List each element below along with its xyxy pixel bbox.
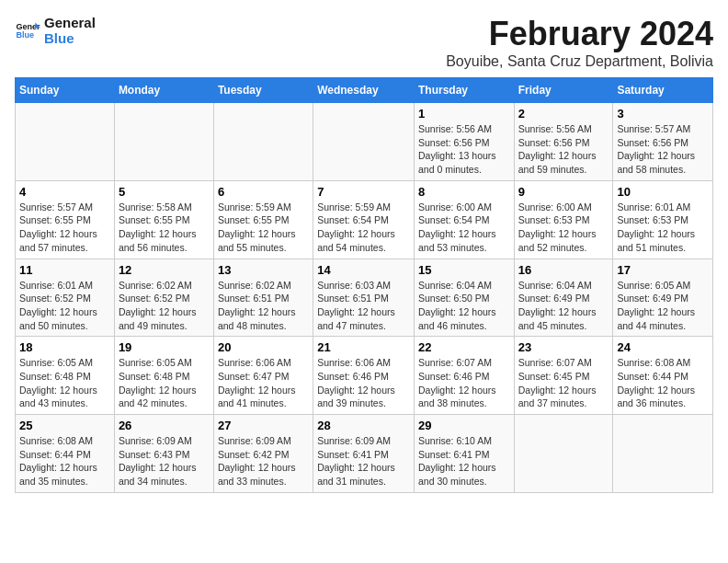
day-number: 8	[418, 185, 510, 199]
calendar-cell: 11Sunrise: 6:01 AMSunset: 6:52 PMDayligh…	[16, 259, 115, 337]
calendar-cell: 5Sunrise: 5:58 AMSunset: 6:55 PMDaylight…	[114, 180, 213, 259]
week-row-3: 11Sunrise: 6:01 AMSunset: 6:52 PMDayligh…	[16, 259, 713, 337]
calendar-cell: 9Sunrise: 6:00 AMSunset: 6:53 PMDaylight…	[514, 180, 613, 259]
calendar-cell	[16, 103, 115, 181]
calendar-body: 1Sunrise: 5:56 AMSunset: 6:56 PMDaylight…	[16, 103, 713, 493]
day-info: Sunrise: 6:08 AMSunset: 6:44 PMDaylight:…	[617, 356, 709, 410]
day-number: 13	[218, 263, 309, 277]
day-header-sunday: Sunday	[16, 78, 115, 103]
svg-text:Blue: Blue	[16, 30, 34, 40]
calendar-cell: 21Sunrise: 6:06 AMSunset: 6:46 PMDayligh…	[313, 337, 415, 415]
calendar-cell	[313, 103, 415, 181]
calendar-cell: 13Sunrise: 6:02 AMSunset: 6:51 PMDayligh…	[213, 259, 313, 337]
day-header-tuesday: Tuesday	[213, 78, 313, 103]
day-info: Sunrise: 6:07 AMSunset: 6:45 PMDaylight:…	[518, 356, 609, 410]
week-row-5: 25Sunrise: 6:08 AMSunset: 6:44 PMDayligh…	[16, 415, 713, 493]
day-number: 2	[518, 107, 609, 121]
calendar-cell: 29Sunrise: 6:10 AMSunset: 6:41 PMDayligh…	[414, 415, 514, 493]
calendar-cell	[514, 415, 613, 493]
logo-icon: General Blue	[15, 17, 40, 43]
calendar-cell	[213, 103, 313, 181]
calendar-cell: 8Sunrise: 6:00 AMSunset: 6:54 PMDaylight…	[414, 180, 514, 259]
calendar-cell: 7Sunrise: 5:59 AMSunset: 6:54 PMDaylight…	[313, 180, 415, 259]
day-header-monday: Monday	[114, 78, 213, 103]
day-number: 23	[518, 340, 609, 354]
logo: General Blue General Blue	[15, 15, 96, 46]
week-row-2: 4Sunrise: 5:57 AMSunset: 6:55 PMDaylight…	[16, 180, 713, 259]
day-number: 17	[617, 263, 709, 277]
calendar-cell: 27Sunrise: 6:09 AMSunset: 6:42 PMDayligh…	[213, 415, 313, 493]
week-row-1: 1Sunrise: 5:56 AMSunset: 6:56 PMDaylight…	[16, 103, 713, 181]
calendar-cell	[613, 415, 713, 493]
day-info: Sunrise: 6:10 AMSunset: 6:41 PMDaylight:…	[418, 434, 510, 488]
calendar-cell: 28Sunrise: 6:09 AMSunset: 6:41 PMDayligh…	[313, 415, 415, 493]
day-number: 21	[317, 340, 410, 354]
day-number: 16	[518, 263, 609, 277]
day-info: Sunrise: 6:03 AMSunset: 6:51 PMDaylight:…	[317, 279, 410, 333]
day-number: 10	[617, 185, 709, 199]
day-number: 27	[218, 419, 309, 432]
day-info: Sunrise: 6:04 AMSunset: 6:50 PMDaylight:…	[418, 279, 510, 333]
title-block: February 2024 Boyuibe, Santa Cruz Depart…	[446, 15, 713, 70]
day-number: 5	[119, 185, 210, 199]
calendar-cell: 20Sunrise: 6:06 AMSunset: 6:47 PMDayligh…	[213, 337, 313, 415]
day-number: 6	[218, 185, 309, 199]
calendar-cell: 17Sunrise: 6:05 AMSunset: 6:49 PMDayligh…	[613, 259, 713, 337]
day-info: Sunrise: 5:57 AMSunset: 6:55 PMDaylight:…	[19, 201, 110, 255]
day-number: 7	[317, 185, 410, 199]
day-info: Sunrise: 6:06 AMSunset: 6:46 PMDaylight:…	[317, 356, 410, 410]
day-info: Sunrise: 6:09 AMSunset: 6:41 PMDaylight:…	[317, 434, 410, 488]
day-number: 3	[617, 107, 709, 121]
calendar-cell	[114, 103, 213, 181]
day-info: Sunrise: 6:04 AMSunset: 6:49 PMDaylight:…	[518, 279, 609, 333]
day-number: 9	[518, 185, 609, 199]
month-title: February 2024	[446, 15, 713, 53]
calendar-cell: 25Sunrise: 6:08 AMSunset: 6:44 PMDayligh…	[16, 415, 115, 493]
calendar-cell: 12Sunrise: 6:02 AMSunset: 6:52 PMDayligh…	[114, 259, 213, 337]
day-number: 4	[19, 185, 110, 199]
calendar-header-row: SundayMondayTuesdayWednesdayThursdayFrid…	[16, 78, 713, 103]
calendar-cell: 4Sunrise: 5:57 AMSunset: 6:55 PMDaylight…	[16, 180, 115, 259]
calendar-cell: 2Sunrise: 5:56 AMSunset: 6:56 PMDaylight…	[514, 103, 613, 181]
calendar-cell: 6Sunrise: 5:59 AMSunset: 6:55 PMDaylight…	[213, 180, 313, 259]
calendar-cell: 10Sunrise: 6:01 AMSunset: 6:53 PMDayligh…	[613, 180, 713, 259]
day-header-thursday: Thursday	[414, 78, 514, 103]
day-number: 29	[418, 419, 510, 432]
day-number: 28	[317, 419, 410, 432]
day-info: Sunrise: 6:02 AMSunset: 6:52 PMDaylight:…	[119, 279, 210, 333]
calendar-cell: 19Sunrise: 6:05 AMSunset: 6:48 PMDayligh…	[114, 337, 213, 415]
day-info: Sunrise: 5:56 AMSunset: 6:56 PMDaylight:…	[518, 122, 609, 177]
day-number: 18	[19, 340, 110, 354]
day-header-friday: Friday	[514, 78, 613, 103]
calendar-cell: 24Sunrise: 6:08 AMSunset: 6:44 PMDayligh…	[613, 337, 713, 415]
day-number: 1	[418, 107, 510, 121]
day-info: Sunrise: 6:01 AMSunset: 6:52 PMDaylight:…	[19, 279, 110, 333]
day-number: 24	[617, 340, 709, 354]
calendar-cell: 14Sunrise: 6:03 AMSunset: 6:51 PMDayligh…	[313, 259, 415, 337]
day-info: Sunrise: 6:09 AMSunset: 6:42 PMDaylight:…	[218, 434, 309, 488]
day-number: 22	[418, 340, 510, 354]
calendar-cell: 3Sunrise: 5:57 AMSunset: 6:56 PMDaylight…	[613, 103, 713, 181]
day-info: Sunrise: 6:05 AMSunset: 6:48 PMDaylight:…	[19, 356, 110, 410]
day-info: Sunrise: 6:09 AMSunset: 6:43 PMDaylight:…	[119, 434, 210, 488]
day-info: Sunrise: 6:05 AMSunset: 6:48 PMDaylight:…	[119, 356, 210, 410]
day-info: Sunrise: 6:00 AMSunset: 6:54 PMDaylight:…	[418, 201, 510, 255]
day-info: Sunrise: 6:07 AMSunset: 6:46 PMDaylight:…	[418, 356, 510, 410]
day-info: Sunrise: 6:00 AMSunset: 6:53 PMDaylight:…	[518, 201, 609, 255]
day-info: Sunrise: 6:08 AMSunset: 6:44 PMDaylight:…	[19, 434, 110, 488]
calendar-cell: 18Sunrise: 6:05 AMSunset: 6:48 PMDayligh…	[16, 337, 115, 415]
day-info: Sunrise: 5:56 AMSunset: 6:56 PMDaylight:…	[418, 122, 510, 177]
day-info: Sunrise: 5:59 AMSunset: 6:54 PMDaylight:…	[317, 201, 410, 255]
day-number: 11	[19, 263, 110, 277]
day-number: 19	[119, 340, 210, 354]
location-title: Boyuibe, Santa Cruz Department, Bolivia	[446, 53, 713, 70]
day-info: Sunrise: 5:58 AMSunset: 6:55 PMDaylight:…	[119, 201, 210, 255]
day-info: Sunrise: 6:06 AMSunset: 6:47 PMDaylight:…	[218, 356, 309, 410]
day-info: Sunrise: 5:57 AMSunset: 6:56 PMDaylight:…	[617, 122, 709, 177]
day-number: 25	[19, 419, 110, 432]
day-info: Sunrise: 6:05 AMSunset: 6:49 PMDaylight:…	[617, 279, 709, 333]
logo-text-line2: Blue	[44, 30, 96, 46]
day-header-wednesday: Wednesday	[313, 78, 415, 103]
calendar-cell: 22Sunrise: 6:07 AMSunset: 6:46 PMDayligh…	[414, 337, 514, 415]
day-header-saturday: Saturday	[613, 78, 713, 103]
